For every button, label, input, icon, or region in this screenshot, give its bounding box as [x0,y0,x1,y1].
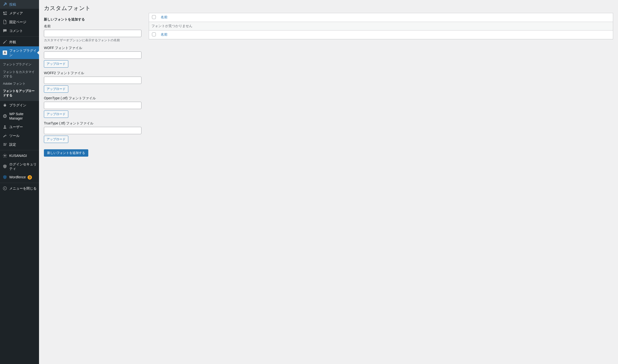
woff2-label: WOFF2 フォントファイル [44,71,142,75]
sidebar-item-appearance[interactable]: 外観 [0,38,39,46]
sidebar-item-kusanagi[interactable]: KUSANAGI [0,151,39,160]
submenu-font-plugin: フォントプラグイン フォントをカスタマイズする Adobe フォント フォントを… [0,59,39,101]
menu-label: 固定ページ [9,20,37,24]
submenu-item-upload-font[interactable]: フォントをアップロードする [0,87,39,99]
woff-input[interactable] [44,52,142,59]
main-content: カスタムフォント 新しいフォントを追加する 名前 カスタマイザーオプションに表示… [39,0,618,364]
menu-label: ユーザー [9,125,37,129]
column-header-name[interactable]: 名前 [161,15,167,19]
svg-point-1 [4,125,6,127]
submit-button[interactable]: 新しいフォントを追加する [44,149,88,157]
add-font-form: 新しいフォントを追加する 名前 カスタマイザーオプションに表示するフォントの名前… [44,13,142,157]
sidebar-item-wordfence[interactable]: Wordfence 3 [0,173,39,182]
sidebar-item-pages[interactable]: 固定ページ [0,18,39,26]
svg-point-4 [4,155,6,156]
menu-label: ツール [9,133,37,138]
svg-point-3 [5,145,6,146]
woff-upload-button[interactable]: アップロード [44,60,68,68]
sidebar-item-plugins[interactable]: プラグイン [0,101,39,110]
menu-label: フォントプラグイン [9,48,37,57]
fonts-table: 名前 フォントが見つかりません 名前 [149,13,613,39]
select-all-checkbox[interactable] [152,15,156,19]
shield-icon [2,164,7,169]
woff-label: WOFF フォントファイル [44,46,142,50]
otf-input[interactable] [44,102,142,109]
woff2-upload-button[interactable]: アップロード [44,85,68,93]
admin-sidebar: 投稿 メディア 固定ページ コメント 外観 A フォントプラグイン フォントプラ… [0,0,39,364]
collapse-icon [2,186,7,191]
menu-label: メニューを閉じる [9,186,37,191]
wordfence-icon [2,175,7,180]
page-icon [2,20,7,24]
menu-label: 投稿 [9,2,37,7]
submenu-item-customize-font[interactable]: フォントをカスタマイズする [0,68,39,80]
user-icon [2,124,7,129]
sidebar-item-comments[interactable]: コメント [0,26,39,35]
otf-label: OpenType (.otf) フォントファイル [44,96,142,101]
menu-label: プラグイン [9,103,37,107]
select-all-checkbox-footer[interactable] [152,32,156,36]
font-icon: A [2,50,7,55]
woff2-input[interactable] [44,77,142,84]
name-help: カスタマイザーオプションに表示するフォントの名前 [44,38,142,42]
sidebar-item-settings[interactable]: 設定 [0,140,39,149]
plugin-icon [2,103,7,108]
page-title: カスタムフォント [44,2,613,13]
name-input[interactable] [44,30,142,37]
appearance-icon [2,39,7,44]
svg-point-5 [3,187,7,190]
menu-label: コメント [9,28,37,33]
ttf-label: TrueType (.ttf) フォントファイル [44,121,142,126]
sidebar-item-font-plugin[interactable]: A フォントプラグイン [0,46,39,59]
empty-message: フォントが見つかりません [149,22,613,30]
name-label: 名前 [44,24,142,28]
menu-label: メディア [9,11,37,15]
svg-point-2 [6,143,7,144]
media-icon [2,11,7,16]
ttf-upload-button[interactable]: アップロード [44,136,68,143]
otf-upload-button[interactable]: アップロード [44,111,68,118]
menu-label: KUSANAGI [9,154,37,158]
settings-icon [2,142,7,147]
gear-icon [2,114,7,118]
column-footer-name[interactable]: 名前 [161,32,167,36]
menu-label: 設定 [9,142,37,147]
form-subtitle: 新しいフォントを追加する [44,17,142,22]
submenu-item-adobe-font[interactable]: Adobe フォント [0,80,39,87]
sidebar-collapse[interactable]: メニューを閉じる [0,184,39,193]
sidebar-item-posts[interactable]: 投稿 [0,0,39,9]
notification-badge: 3 [27,175,32,180]
sidebar-item-tools[interactable]: ツール [0,131,39,140]
sidebar-item-media[interactable]: メディア [0,9,39,18]
comment-icon [2,28,7,33]
ttf-input[interactable] [44,127,142,134]
svg-point-0 [3,12,5,13]
gear-icon [2,153,7,158]
menu-label: Wordfence 3 [9,175,37,180]
sidebar-item-users[interactable]: ユーザー [0,122,39,131]
pin-icon [2,2,7,7]
tools-icon [2,133,7,138]
submenu-item-font-plugin[interactable]: フォントプラグイン [0,61,39,68]
menu-label: 外観 [9,40,37,44]
table-empty-row: フォントが見つかりません [149,22,613,30]
menu-label: ログインセキュリティ [9,162,37,171]
sidebar-item-wp-suite[interactable]: WP Suite Manager [0,110,39,122]
sidebar-item-login-security[interactable]: ログインセキュリティ [0,160,39,173]
menu-label: WP Suite Manager [9,112,37,120]
